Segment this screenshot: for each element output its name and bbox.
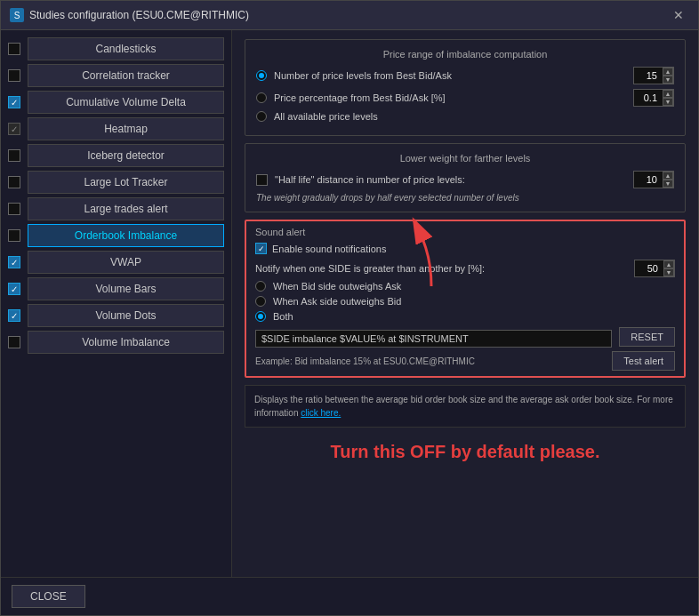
annotation-text: Turn this OFF by default please. xyxy=(245,438,686,466)
app-icon: S xyxy=(10,8,24,22)
checkbox-volume-bars[interactable] xyxy=(8,283,20,295)
checkbox-cumulative-volume-delta[interactable] xyxy=(8,96,20,108)
bid-outweighs-radio[interactable] xyxy=(255,281,266,292)
sidebar-item-iceberg-detector: Iceberg detector xyxy=(8,144,224,167)
both-row: Both xyxy=(255,311,675,322)
sidebar-btn-large-lot-tracker[interactable]: Large Lot Tracker xyxy=(28,171,224,194)
template-input[interactable] xyxy=(255,330,612,348)
checkbox-correlation-tracker[interactable] xyxy=(8,69,20,82)
sidebar: CandlesticksCorrelation trackerCumulativ… xyxy=(1,30,232,577)
pct-levels-label: Price percentage from Best Bid/Ask [%] xyxy=(274,92,626,103)
sidebar-item-heatmap: Heatmap xyxy=(8,117,224,140)
ask-outweighs-radio[interactable] xyxy=(255,296,266,307)
notify-row: Notify when one SIDE is greater than ano… xyxy=(255,260,675,277)
both-radio[interactable] xyxy=(255,311,266,322)
price-range-title: Price range of imbalance computation xyxy=(256,49,674,60)
half-life-checkbox[interactable] xyxy=(256,174,268,186)
sidebar-btn-orderbook-imbalance[interactable]: Orderbook Imbalance xyxy=(28,224,224,247)
checkbox-vwap[interactable] xyxy=(8,256,20,268)
description-box: Displays the ratio between the average b… xyxy=(245,385,686,428)
enable-sound-row: Enable sound notifications xyxy=(255,243,675,254)
half-life-spinners: ▲ ▼ xyxy=(663,172,673,188)
enable-sound-label: Enable sound notifications xyxy=(272,244,675,254)
checkbox-large-trades-alert[interactable] xyxy=(8,203,20,215)
ask-outweighs-row: When Ask side outweighs Bid xyxy=(255,296,675,307)
pct-levels-value: 0.1 xyxy=(634,91,661,105)
half-life-row: "Half life" distance in number of price … xyxy=(256,171,674,188)
price-range-section: Price range of imbalance computation Num… xyxy=(245,39,686,136)
num-levels-down[interactable]: ▼ xyxy=(663,76,673,84)
sidebar-btn-volume-imbalance[interactable]: Volume Imbalance xyxy=(28,331,224,354)
sidebar-item-large-lot-tracker: Large Lot Tracker xyxy=(8,171,224,194)
enable-sound-checkbox[interactable] xyxy=(255,243,267,254)
num-levels-row: Number of price levels from Best Bid/Ask… xyxy=(256,67,674,84)
sidebar-item-volume-dots: Volume Dots xyxy=(8,304,224,327)
sidebar-item-orderbook-imbalance: Orderbook Imbalance xyxy=(8,224,224,247)
notify-up[interactable]: ▲ xyxy=(663,260,674,268)
window-close-button[interactable]: ✕ xyxy=(668,6,689,24)
half-life-value: 10 xyxy=(634,172,661,187)
studies-config-window: S Studies configuration (ESU0.CME@RITHMI… xyxy=(0,0,699,616)
pct-levels-spinners: ▲ ▼ xyxy=(663,90,673,106)
all-levels-radio[interactable] xyxy=(256,111,267,122)
all-levels-row: All available price levels xyxy=(256,111,674,122)
checkbox-volume-imbalance[interactable] xyxy=(8,336,20,348)
both-label: Both xyxy=(273,311,675,322)
sidebar-btn-vwap[interactable]: VWAP xyxy=(28,251,224,274)
half-life-down[interactable]: ▼ xyxy=(663,180,673,188)
sidebar-item-candlesticks: Candlesticks xyxy=(8,37,224,60)
pct-levels-up[interactable]: ▲ xyxy=(663,90,673,98)
sidebar-item-volume-imbalance: Volume Imbalance xyxy=(8,331,224,354)
num-levels-up[interactable]: ▲ xyxy=(663,68,673,76)
checkbox-large-lot-tracker[interactable] xyxy=(8,176,20,188)
checkbox-candlesticks[interactable] xyxy=(8,43,20,55)
window-title: Studies configuration (ESU0.CME@RITHMIC) xyxy=(29,9,249,21)
sidebar-btn-candlesticks[interactable]: Candlesticks xyxy=(28,37,224,60)
sidebar-item-volume-bars: Volume Bars xyxy=(8,277,224,300)
main-content: CandlesticksCorrelation trackerCumulativ… xyxy=(1,30,698,577)
num-levels-input: 15 ▲ ▼ xyxy=(633,67,674,84)
checkbox-orderbook-imbalance[interactable] xyxy=(8,229,20,242)
pct-levels-down[interactable]: ▼ xyxy=(663,98,673,106)
checkbox-volume-dots[interactable] xyxy=(8,309,20,322)
sidebar-btn-correlation-tracker[interactable]: Correlation tracker xyxy=(28,64,224,87)
ask-outweighs-label: When Ask side outweighs Bid xyxy=(273,296,675,307)
click-here-link[interactable]: click here. xyxy=(301,408,341,418)
reset-button[interactable]: RESET xyxy=(619,327,675,347)
notify-down[interactable]: ▼ xyxy=(663,268,674,276)
sidebar-item-cumulative-volume-delta: Cumulative Volume Delta xyxy=(8,91,224,114)
num-levels-value: 15 xyxy=(634,68,661,83)
sound-alert-section: Sound alert Enable sound notifications N… xyxy=(245,220,686,378)
sidebar-btn-heatmap[interactable]: Heatmap xyxy=(28,117,224,140)
pct-levels-radio[interactable] xyxy=(256,92,267,103)
title-bar-left: S Studies configuration (ESU0.CME@RITHMI… xyxy=(10,8,249,22)
sidebar-btn-cumulative-volume-delta[interactable]: Cumulative Volume Delta xyxy=(28,91,224,114)
test-alert-button[interactable]: Test alert xyxy=(612,351,675,371)
bid-outweighs-label: When Bid side outweighs Ask xyxy=(273,281,675,292)
notify-label: Notify when one SIDE is greater than ano… xyxy=(255,263,627,274)
sidebar-btn-volume-bars[interactable]: Volume Bars xyxy=(28,277,224,300)
footer: CLOSE xyxy=(1,577,698,615)
bid-outweighs-row: When Bid side outweighs Ask xyxy=(255,281,675,292)
sidebar-btn-volume-dots[interactable]: Volume Dots xyxy=(28,304,224,327)
pct-levels-row: Price percentage from Best Bid/Ask [%] 0… xyxy=(256,89,674,107)
pct-levels-input: 0.1 ▲ ▼ xyxy=(633,89,674,107)
half-life-up[interactable]: ▲ xyxy=(663,172,673,180)
sound-alert-container: Sound alert Enable sound notifications N… xyxy=(245,220,686,378)
svg-text:S: S xyxy=(14,11,20,20)
half-life-input: 10 ▲ ▼ xyxy=(633,171,674,188)
lower-weight-section: Lower weight for farther levels "Half li… xyxy=(245,143,686,212)
sidebar-btn-large-trades-alert[interactable]: Large trades alert xyxy=(28,197,224,220)
sound-alert-title: Sound alert xyxy=(255,227,675,237)
title-bar: S Studies configuration (ESU0.CME@RITHMI… xyxy=(1,1,698,30)
notify-spinners: ▲ ▼ xyxy=(663,260,674,276)
num-levels-radio[interactable] xyxy=(256,70,267,81)
sidebar-item-vwap: VWAP xyxy=(8,251,224,274)
lower-weight-title: Lower weight for farther levels xyxy=(256,153,674,164)
template-row: RESET xyxy=(255,326,675,348)
checkbox-iceberg-detector[interactable] xyxy=(8,149,20,162)
sidebar-btn-iceberg-detector[interactable]: Iceberg detector xyxy=(28,144,224,167)
example-row: Example: Bid imbalance 15% at ESU0.CME@R… xyxy=(255,351,675,371)
checkbox-heatmap[interactable] xyxy=(8,123,20,135)
close-button[interactable]: CLOSE xyxy=(12,585,85,608)
